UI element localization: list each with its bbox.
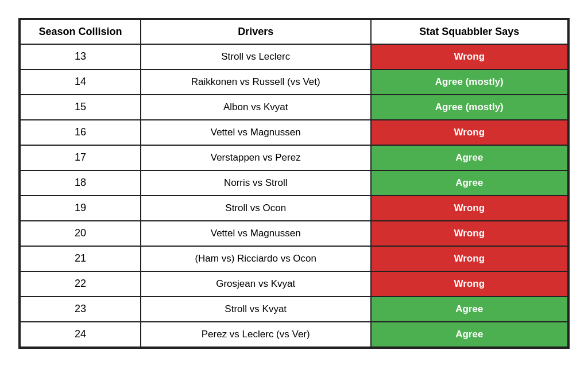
drivers-cell: Perez vs Leclerc (vs Ver) — [141, 322, 371, 347]
drivers-cell: Grosjean vs Kvyat — [141, 271, 371, 297]
season-cell: 24 — [20, 322, 141, 347]
season-cell: 22 — [20, 271, 141, 297]
table-row: 16Vettel vs MagnussenWrong — [20, 120, 568, 145]
drivers-cell: (Ham vs) Ricciardo vs Ocon — [141, 246, 371, 271]
drivers-cell: Stroll vs Leclerc — [141, 44, 371, 69]
table-row: 22Grosjean vs KvyatWrong — [20, 271, 568, 297]
season-cell: 20 — [20, 221, 141, 246]
verdict-cell: Wrong — [371, 196, 568, 221]
table-row: 24Perez vs Leclerc (vs Ver)Agree — [20, 322, 568, 347]
table-row: 15Albon vs KvyatAgree (mostly) — [20, 95, 568, 120]
season-cell: 23 — [20, 297, 141, 322]
main-table-container: Season Collision Drivers Stat Squabbler … — [18, 18, 570, 349]
verdict-cell: Wrong — [371, 44, 568, 69]
header-season: Season Collision — [20, 20, 141, 44]
table-row: 21(Ham vs) Ricciardo vs OconWrong — [20, 246, 568, 271]
drivers-cell: Vettel vs Magnussen — [141, 120, 371, 145]
header-verdict: Stat Squabbler Says — [371, 20, 568, 44]
verdict-cell: Wrong — [371, 221, 568, 246]
table-row: 17Verstappen vs PerezAgree — [20, 145, 568, 170]
verdict-cell: Wrong — [371, 120, 568, 145]
table-row: 13Stroll vs LeclercWrong — [20, 44, 568, 69]
verdict-cell: Wrong — [371, 246, 568, 271]
season-cell: 13 — [20, 44, 141, 69]
drivers-cell: Norris vs Stroll — [141, 170, 371, 196]
table-header-row: Season Collision Drivers Stat Squabbler … — [20, 20, 568, 44]
drivers-cell: Vettel vs Magnussen — [141, 221, 371, 246]
verdict-cell: Agree — [371, 322, 568, 347]
table-row: 18Norris vs StrollAgree — [20, 170, 568, 196]
verdict-cell: Agree — [371, 145, 568, 170]
season-cell: 15 — [20, 95, 141, 120]
season-cell: 19 — [20, 196, 141, 221]
season-cell: 21 — [20, 246, 141, 271]
drivers-cell: Stroll vs Ocon — [141, 196, 371, 221]
table-row: 14Raikkonen vs Russell (vs Vet)Agree (mo… — [20, 69, 568, 95]
table-row: 19Stroll vs OconWrong — [20, 196, 568, 221]
verdict-cell: Agree — [371, 297, 568, 322]
drivers-cell: Raikkonen vs Russell (vs Vet) — [141, 69, 371, 95]
verdict-cell: Agree (mostly) — [371, 69, 568, 95]
header-drivers: Drivers — [141, 20, 371, 44]
verdict-cell: Agree (mostly) — [371, 95, 568, 120]
table-row: 20Vettel vs MagnussenWrong — [20, 221, 568, 246]
verdict-cell: Agree — [371, 170, 568, 196]
results-table: Season Collision Drivers Stat Squabbler … — [20, 19, 568, 348]
drivers-cell: Verstappen vs Perez — [141, 145, 371, 170]
drivers-cell: Albon vs Kvyat — [141, 95, 371, 120]
verdict-cell: Wrong — [371, 271, 568, 297]
season-cell: 18 — [20, 170, 141, 196]
season-cell: 16 — [20, 120, 141, 145]
table-row: 23Stroll vs KvyatAgree — [20, 297, 568, 322]
drivers-cell: Stroll vs Kvyat — [141, 297, 371, 322]
season-cell: 14 — [20, 69, 141, 95]
season-cell: 17 — [20, 145, 141, 170]
